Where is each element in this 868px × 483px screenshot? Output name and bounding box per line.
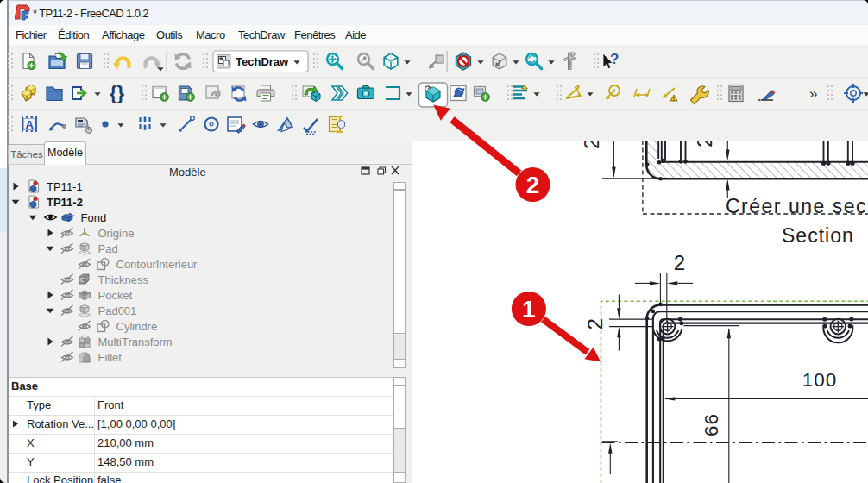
svg-text:66: 66 [701, 413, 722, 436]
svg-text:2: 2 [674, 251, 685, 274]
svg-text:1: 1 [522, 296, 536, 323]
svg-text:Section: Section [782, 224, 854, 247]
svg-text:2: 2 [526, 172, 540, 198]
svg-text:2: 2 [693, 136, 716, 147]
svg-text:2: 2 [580, 138, 603, 149]
svg-text:2: 2 [583, 318, 607, 329]
svg-text:100: 100 [802, 369, 838, 391]
svg-text:Créer une sec: Créer une sec [726, 195, 867, 217]
